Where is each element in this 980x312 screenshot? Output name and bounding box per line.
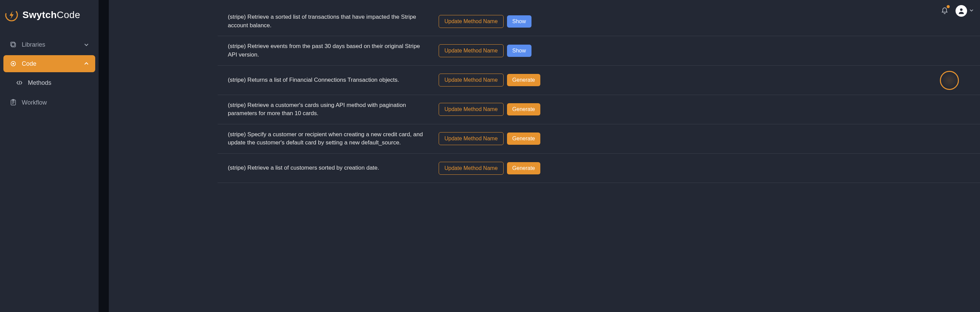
nav-code[interactable]: Code (3, 55, 95, 72)
nav-libraries[interactable]: Libraries (3, 36, 95, 53)
nav-workflow[interactable]: Workflow (3, 94, 95, 111)
method-description: (stripe) Retrieve a list of customers so… (228, 164, 439, 172)
notifications-button[interactable] (939, 5, 950, 16)
workflow-icon (10, 99, 17, 106)
method-description: (stripe) Retrieve a sorted list of trans… (228, 13, 439, 30)
nav-label: Workflow (22, 99, 89, 106)
brand-text: SwytchCode (22, 10, 80, 21)
method-description: (stripe) Retrieve events from the past 3… (228, 42, 439, 59)
topbar (939, 0, 980, 19)
method-row: (stripe) Retrieve a customer's cards usi… (218, 95, 980, 124)
update-method-name-button[interactable]: Update Method Name (439, 74, 504, 86)
panel-divider (99, 0, 109, 312)
update-method-name-button[interactable]: Update Method Name (439, 162, 504, 175)
method-row: (stripe) Retrieve events from the past 3… (218, 36, 980, 66)
logo-icon (5, 8, 18, 22)
sidebar: SwytchCode Libraries (0, 0, 99, 312)
generate-button[interactable]: Generate (507, 162, 541, 174)
update-method-name-button[interactable]: Update Method Name (439, 132, 504, 145)
button-group: Update Method NameGenerate (439, 103, 540, 116)
chevron-down-icon (84, 42, 89, 47)
method-description: (stripe) Specify a customer or recipient… (228, 130, 439, 147)
method-row: (stripe) Retrieve a sorted list of trans… (218, 7, 980, 36)
method-row: (stripe) Retrieve a list of customers so… (218, 154, 980, 183)
generate-button[interactable]: Generate (507, 133, 541, 145)
brand-logo[interactable]: SwytchCode (3, 7, 95, 29)
user-menu[interactable] (956, 5, 974, 17)
show-button[interactable]: Show (507, 15, 531, 27)
nav-methods[interactable]: Methods (3, 74, 95, 91)
method-description: (stripe) Retrieve a customer's cards usi… (228, 101, 439, 118)
nav-label: Libraries (22, 41, 79, 48)
svg-point-7 (960, 8, 963, 11)
method-description: (stripe) Returns a list of Financial Con… (228, 76, 439, 85)
notification-dot-icon (947, 5, 950, 8)
generate-button[interactable]: Generate (507, 74, 541, 86)
generate-button[interactable]: Generate (507, 103, 541, 115)
chevron-up-icon (84, 61, 89, 66)
code-target-icon (10, 60, 17, 67)
button-group: Update Method NameGenerate (439, 132, 540, 145)
method-row: (stripe) Returns a list of Financial Con… (218, 66, 980, 95)
nav-label: Code (22, 60, 79, 67)
nav-label: Methods (28, 79, 51, 86)
update-method-name-button[interactable]: Update Method Name (439, 15, 504, 28)
update-method-name-button[interactable]: Update Method Name (439, 44, 504, 57)
svg-point-4 (13, 63, 14, 64)
libraries-icon (10, 41, 17, 48)
update-method-name-button[interactable]: Update Method Name (439, 103, 504, 116)
button-group: Update Method NameShow (439, 15, 531, 28)
code-brackets-icon (16, 79, 23, 86)
button-group: Update Method NameShow (439, 44, 531, 57)
chevron-down-icon (969, 8, 974, 14)
button-group: Update Method NameGenerate (439, 74, 540, 86)
button-group: Update Method NameGenerate (439, 162, 540, 175)
show-button[interactable]: Show (507, 45, 531, 57)
method-list: (stripe) Retrieve a sorted list of trans… (109, 0, 980, 312)
avatar-icon (956, 5, 967, 17)
method-row: (stripe) Specify a customer or recipient… (218, 124, 980, 154)
